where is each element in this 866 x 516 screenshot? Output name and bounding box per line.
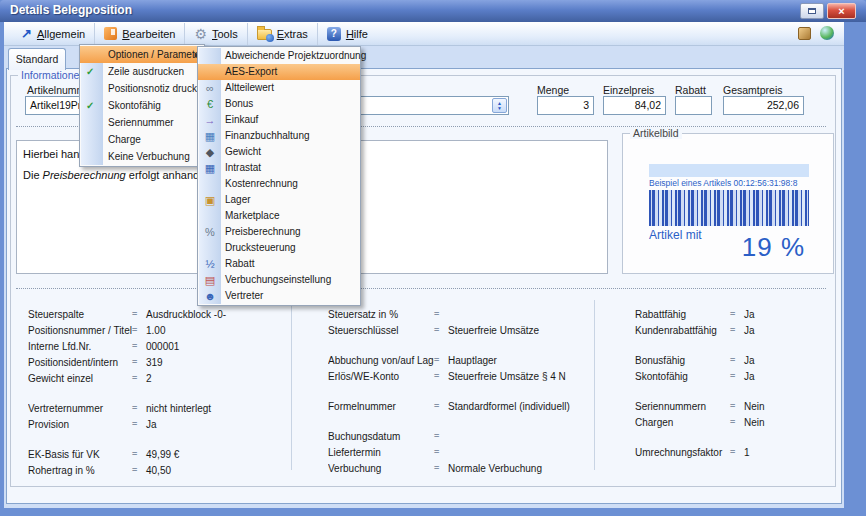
detail-row: Liefertermin (328, 444, 592, 460)
menu-item[interactable]: Seriennummer (80, 114, 204, 131)
detail-row: Seriennummern Nein (635, 398, 835, 414)
menu-item[interactable]: ✓ Skontofähig (80, 97, 204, 114)
detail-row: Interne Lfd.Nr. 000001 (28, 338, 290, 354)
details-column-2: Steuersatz in % Steuerschlüssel Steuerfr… (328, 306, 592, 476)
equals-icon (434, 309, 448, 319)
equals-icon (434, 447, 448, 457)
detail-row: Formelnummer Standardformel (individuell… (328, 398, 592, 414)
menge-field[interactable]: 3 (537, 96, 594, 115)
equals-icon (434, 401, 448, 411)
equals-icon (730, 325, 744, 335)
altteilewert-icon: ∞ (202, 80, 218, 96)
preisberechnung-icon: % (202, 224, 218, 240)
einkauf-icon: → (202, 112, 218, 128)
equals-icon (132, 465, 146, 475)
equals-icon (132, 357, 146, 367)
einzelpreis-field[interactable]: 84,02 (603, 96, 666, 115)
submenu-item[interactable]: % Preisberechnung (198, 224, 360, 240)
barcode-image (649, 190, 809, 226)
detail-row: Gewicht einzel 2 (28, 370, 290, 386)
lager-icon: ▣ (202, 192, 218, 208)
intrastat-icon: ▦ (202, 160, 218, 176)
equals-icon (730, 447, 744, 457)
submenu-item[interactable]: ▤ Verbuchungseinstellung (198, 272, 360, 288)
toolbar-button-allgemein[interactable]: Allgemein (12, 23, 94, 45)
rabatt-label: Rabatt (675, 84, 706, 96)
detail-row: Skontofähig Ja (635, 368, 835, 384)
barcode-label: Artikel mit (649, 228, 702, 242)
restore-button[interactable] (800, 3, 824, 19)
app-window: Details Belegposition × Allgemein Bearbe… (0, 0, 866, 516)
equals-icon (132, 373, 146, 383)
separator (16, 288, 826, 289)
window-title: Details Belegposition (10, 3, 132, 17)
menu-item[interactable]: ✓ Zeile ausdrucken (80, 63, 204, 80)
submenu-item[interactable]: ▦ Finanzbuchhaltung (198, 128, 360, 144)
submenu-item[interactable]: → Einkauf (198, 112, 360, 128)
detail-row: Umrechnungsfaktor 1 (635, 444, 835, 460)
menu-item[interactable]: Charge (80, 131, 204, 148)
vertreter-icon: ☻ (202, 288, 218, 304)
spinner-icon[interactable]: ▲▼ (492, 98, 507, 113)
restore-icon (808, 8, 816, 14)
equals-icon (730, 401, 744, 411)
menu-item[interactable]: Positionsnotiz drucken (80, 80, 204, 97)
artikelbild-group-label: Artikelbild (630, 127, 682, 139)
submenu-item[interactable]: Kostenrechnung (198, 176, 360, 192)
detail-row: Verbuchung Normale Verbuchung (328, 460, 592, 476)
barcode-header-bar (649, 164, 809, 177)
package-icon[interactable] (798, 27, 811, 40)
detail-row: Bonusfähig Ja (635, 352, 835, 368)
menu-item[interactable]: Optionen / Parameter ▶ (80, 46, 204, 63)
globe-icon[interactable] (820, 26, 834, 40)
equals-icon (730, 371, 744, 381)
einzelpreis-label: Einzelpreis (603, 84, 654, 96)
close-button[interactable]: × (827, 3, 856, 19)
extras-icon (257, 29, 272, 40)
detail-row: Rohertrag in % 40,50 (28, 462, 290, 478)
submenu-item[interactable]: ½ Rabatt (198, 256, 360, 272)
verbuchungseinstellung-icon: ▤ (202, 272, 218, 288)
detail-row: Vertreternummer nicht hinterlegt (28, 400, 290, 416)
toolbar-button-extras[interactable]: Extras (247, 23, 317, 45)
tools-icon (194, 26, 207, 42)
barcode-caption: Beispiel eines Artikels 00:12:56:31:98:8 (649, 178, 809, 188)
equals-icon (132, 449, 146, 459)
submenu-item[interactable]: € Bonus (198, 96, 360, 112)
submenu-item[interactable]: ∞ Altteilewert (198, 80, 360, 96)
column-divider (291, 300, 292, 470)
equals-icon (132, 325, 146, 335)
rabatt-icon: ½ (202, 256, 218, 272)
detail-row: Steuersatz in % (328, 306, 592, 322)
toolbar-button-tools[interactable]: Tools (184, 23, 246, 45)
rabatt-field[interactable] (675, 96, 712, 115)
equals-icon (730, 355, 744, 365)
details-column-1: Steuerspalte Ausdruckblock -0- Positions… (28, 306, 290, 478)
detail-row: Steuerspalte Ausdruckblock -0- (28, 306, 290, 322)
equals-icon (132, 419, 146, 429)
detail-row: Steuerschlüssel Steuerfreie Umsätze (328, 322, 592, 338)
barcode-percent: 19 % (742, 232, 805, 263)
submenu-item[interactable]: ▣ Lager (198, 192, 360, 208)
gewicht-icon: ◆ (202, 144, 218, 160)
equals-icon (730, 309, 744, 319)
gesamtpreis-field[interactable]: 252,06 (723, 96, 804, 115)
submenu-item[interactable]: Abweichende Projektzuordnung (198, 48, 360, 64)
equals-icon (434, 371, 448, 381)
toolbar-button-hilfe[interactable]: Hilfe (317, 23, 377, 45)
equals-icon (434, 431, 448, 441)
allgemein-icon (21, 26, 32, 41)
detail-row: Buchungsdatum (328, 428, 592, 444)
bearbeiten-dropdown-menu: Optionen / Parameter ▶ ✓ Zeile ausdrucke… (79, 44, 205, 167)
submenu-item[interactable]: AES-Export (198, 64, 360, 80)
submenu-item[interactable]: Marketplace (198, 208, 360, 224)
finanzbuchhaltung-icon: ▦ (202, 128, 218, 144)
menge-label: Menge (537, 84, 569, 96)
menu-item[interactable]: Keine Verbuchung (80, 148, 204, 165)
toolbar-button-bearbeiten[interactable]: Bearbeiten (94, 23, 184, 45)
submenu-item[interactable]: Drucksteuerung (198, 240, 360, 256)
submenu-item[interactable]: ☻ Vertreter (198, 288, 360, 304)
submenu-item[interactable]: ▦ Intrastat (198, 160, 360, 176)
tab-standard[interactable]: Standard (8, 48, 66, 70)
submenu-item[interactable]: ◆ Gewicht (198, 144, 360, 160)
